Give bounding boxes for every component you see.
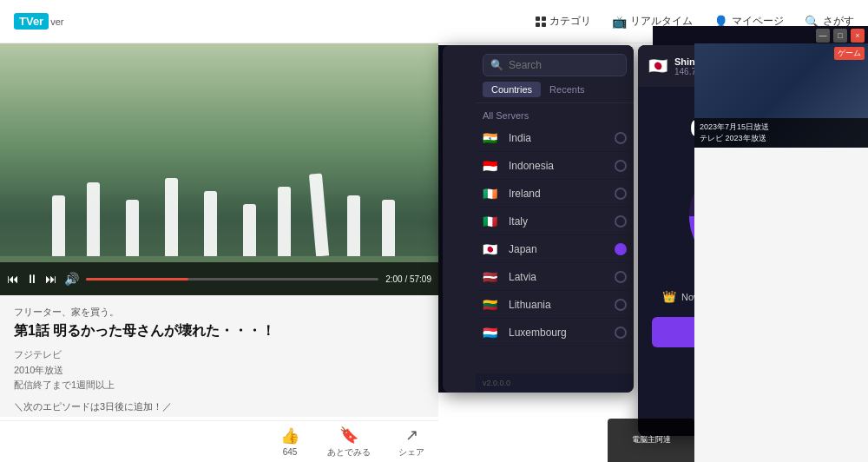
server-name: Indonesia <box>509 160 608 172</box>
vpn-tabs: Countries Recents <box>476 82 634 103</box>
server-radio <box>615 243 627 255</box>
tver-logo-box: TVer <box>14 13 49 30</box>
vpn-search-box[interactable]: 🔍 <box>483 54 627 76</box>
server-item[interactable]: 🇱🇻 Latvia <box>476 263 634 291</box>
thumbnail-badge: ゲーム <box>834 47 865 60</box>
server-radio <box>615 188 627 200</box>
server-item[interactable]: 🇯🇵 Japan <box>476 235 634 263</box>
vpn-section-label: All Servers <box>476 103 634 124</box>
video-scene <box>0 43 438 295</box>
server-radio <box>615 299 627 311</box>
like-action[interactable]: 👍 645 <box>280 426 299 457</box>
watermark: 電脳主阿達 <box>608 419 694 462</box>
vpn-main-content: 🔍 Countries Recents All Servers 🇮🇳 India… <box>476 45 634 393</box>
forward-button[interactable]: ⏭ <box>45 272 57 286</box>
server-flag: 🇮🇹 <box>483 214 502 228</box>
series-label: フリーター、家を買う。 <box>14 306 424 319</box>
next-episode-notice: ＼次のエピソードは3日後に追加！／ <box>14 400 424 413</box>
play-pause-button[interactable]: ⏸ <box>26 272 38 286</box>
server-name: Luxembourg <box>509 327 608 339</box>
vpn-server-list: 🇮🇳 India 🇮🇩 Indonesia 🇮🇪 Ireland 🇮🇹 Ital… <box>476 124 634 373</box>
server-flag: 🇱🇻 <box>483 270 502 283</box>
vpn-server-list-panel: 🔍 Countries Recents All Servers 🇮🇳 India… <box>443 45 634 393</box>
share-label: シェア <box>398 446 424 459</box>
thumbnail-channel: テレビ 2023年放送 <box>700 133 863 144</box>
time-current: 2:00 <box>385 274 402 284</box>
like-icon: 👍 <box>280 426 299 446</box>
vpn-search-input[interactable] <box>509 59 619 71</box>
server-radio <box>615 215 627 228</box>
thumbnail-date: 2023年7月15日放送 <box>700 122 863 133</box>
server-radio <box>615 327 627 339</box>
vpn-version: v2.0.0.0 <box>476 373 634 393</box>
share-icon: ↗ <box>405 426 418 445</box>
server-radio <box>615 132 627 144</box>
volume-button[interactable]: 🔊 <box>64 272 79 286</box>
server-name: India <box>509 132 608 144</box>
server-item[interactable]: 🇮🇹 Italy <box>476 208 634 235</box>
vpn-maximize-button[interactable]: □ <box>833 29 847 43</box>
nav-category[interactable]: カテゴリ <box>536 14 591 29</box>
vpn-titlebar: — □ × <box>653 26 868 45</box>
server-flag: 🇱🇹 <box>483 298 502 311</box>
video-container[interactable]: ⏮ ⏸ ⏭ 🔊 2:00 / 57:09 <box>0 43 438 295</box>
thumbnail-overlay: 2023年7月15日放送 テレビ 2023年放送 <box>694 118 868 148</box>
thumbnail-image: ゲーム 2023年7月15日放送 テレビ 2023年放送 <box>694 43 868 148</box>
vpn-search-area: 🔍 <box>476 45 634 82</box>
tver-bottom-bar: 👍 645 🔖 あとでみる ↗ シェア <box>0 420 438 462</box>
video-info: フリーター、家を買う。 第1話 明るかった母さんが壊れた・・・！ フジテレビ 2… <box>0 295 438 417</box>
server-flag: 🇱🇺 <box>483 326 502 339</box>
server-radio <box>615 160 627 172</box>
time-total: 57:09 <box>410 274 431 284</box>
vpn-search-icon: 🔍 <box>490 59 503 71</box>
rewind-button[interactable]: ⏮ <box>7 272 19 286</box>
tver-logo-ver: ver <box>50 16 63 27</box>
realtime-icon: 📺 <box>612 15 627 29</box>
bookmark-icon: 🔖 <box>339 426 358 445</box>
server-name: Lithuania <box>509 299 608 311</box>
grid-icon <box>536 16 546 27</box>
tver-right-panel: ゲーム 2023年7月15日放送 テレビ 2023年放送 <box>694 43 868 462</box>
server-flag: 🇮🇳 <box>483 131 502 144</box>
watch-later-action[interactable]: 🔖 あとでみる <box>327 426 371 459</box>
meta-year: 2010年放送 <box>14 363 424 379</box>
video-controls: ⏮ ⏸ ⏭ 🔊 2:00 / 57:09 <box>0 262 438 295</box>
tver-left-panel: ⏮ ⏸ ⏭ 🔊 2:00 / 57:09 フリーター、家を買う。 第1話 明るか… <box>0 43 438 417</box>
share-action[interactable]: ↗ シェア <box>398 426 424 459</box>
server-flag: 🇯🇵 <box>483 242 502 255</box>
tab-countries[interactable]: Countries <box>483 82 541 97</box>
episode-title: 第1話 明るかった母さんが壊れた・・・！ <box>14 322 424 340</box>
server-item[interactable]: 🇱🇺 Luxembourg <box>476 319 634 346</box>
watermark-text: 電脳主阿達 <box>632 435 671 446</box>
meta-broadcaster: フジテレビ <box>14 347 424 363</box>
server-item[interactable]: 🇱🇹 Lithuania <box>476 291 634 319</box>
server-flag: 🇮🇩 <box>483 159 502 172</box>
server-item[interactable]: 🇮🇳 India <box>476 124 634 152</box>
tver-logo[interactable]: TVer ver <box>14 13 63 30</box>
like-count: 645 <box>283 447 298 457</box>
progress-fill <box>86 278 188 280</box>
meta-availability: 配信終了まで1週間以上 <box>14 378 424 393</box>
vpn-close-button[interactable]: × <box>851 29 865 43</box>
server-radio <box>615 271 627 283</box>
server-item[interactable]: 🇮🇩 Indonesia <box>476 152 634 180</box>
progress-bar[interactable] <box>86 278 378 280</box>
server-name: Japan <box>509 243 608 255</box>
server-name: Latvia <box>509 271 608 283</box>
video-time: 2:00 / 57:09 <box>385 274 431 284</box>
server-name: Ireland <box>509 188 608 200</box>
watch-later-label: あとでみる <box>327 446 371 459</box>
nav-category-label: カテゴリ <box>549 14 591 29</box>
current-server-flag: 🇯🇵 <box>648 56 667 76</box>
server-name: Italy <box>509 215 608 228</box>
server-item[interactable]: 🇮🇪 Ireland <box>476 180 634 208</box>
deal-crown-icon: 👑 <box>662 290 676 303</box>
server-flag: 🇮🇪 <box>483 187 502 200</box>
tab-recents[interactable]: Recents <box>541 82 593 97</box>
vpn-minimize-button[interactable]: — <box>816 29 830 43</box>
